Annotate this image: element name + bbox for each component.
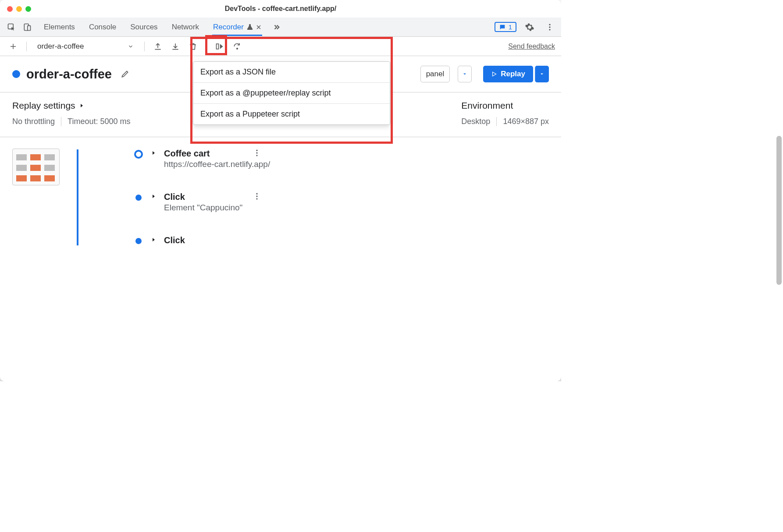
tab-console[interactable]: Console: [88, 18, 117, 36]
inspect-element-icon[interactable]: [4, 20, 18, 34]
recording-select-label: order-a-coffee: [37, 42, 84, 51]
caret-right-icon: [79, 103, 84, 108]
step-row: Click: [134, 235, 270, 245]
steps-area: Coffee cart https://coffee-cart.netlify.…: [0, 137, 561, 245]
device-value: Desktop: [461, 117, 490, 126]
more-tabs-icon[interactable]: [273, 23, 281, 31]
svg-point-13: [256, 198, 258, 199]
step-over-icon[interactable]: [213, 39, 227, 53]
step-kebab-icon[interactable]: [253, 192, 261, 201]
tab-sources[interactable]: Sources: [129, 18, 158, 36]
step-node: [135, 195, 142, 201]
main-tabs-row: Elements Console Sources Network Recorde…: [0, 18, 561, 37]
chevron-down-icon: [128, 43, 134, 50]
expand-step-icon[interactable]: [151, 237, 156, 242]
recording-header: order-a-coffee panel Replay Export as a …: [0, 56, 561, 92]
tab-network[interactable]: Network: [171, 18, 200, 36]
replay-button-label: Replay: [501, 70, 525, 78]
replay-settings-heading[interactable]: Replay settings: [12, 100, 130, 111]
environment-heading: Environment: [461, 100, 549, 111]
window-title: DevTools - coffee-cart.netlify.app/: [0, 5, 561, 13]
issues-badge[interactable]: 1: [495, 22, 516, 32]
step-node: [135, 238, 142, 244]
export-puppeteer-replay-item[interactable]: Export as a @puppeteer/replay script: [193, 83, 390, 104]
device-toolbar-icon[interactable]: [20, 20, 34, 34]
step-subtitle: Element "Cappucino": [164, 203, 270, 213]
panel-button-label: panel: [426, 70, 445, 78]
titlebar: DevTools - coffee-cart.netlify.app/: [0, 0, 561, 18]
settings-icon[interactable]: [523, 20, 537, 34]
performance-panel-button[interactable]: panel: [420, 66, 450, 82]
replay-button[interactable]: Replay: [483, 66, 533, 82]
throttling-value: No throttling: [12, 117, 55, 126]
svg-point-8: [256, 150, 258, 151]
svg-point-11: [256, 193, 258, 195]
tab-recorder[interactable]: Recorder: [212, 18, 262, 36]
svg-point-5: [549, 29, 550, 30]
svg-point-7: [237, 48, 238, 49]
step-subtitle: https://coffee-cart.netlify.app/: [164, 160, 270, 169]
recording-status-dot: [12, 70, 20, 78]
expand-step-icon[interactable]: [151, 194, 156, 199]
svg-point-12: [256, 195, 258, 197]
import-icon[interactable]: [151, 39, 165, 53]
replay-settings: Replay settings No throttling Timeout: 5…: [12, 100, 130, 126]
export-puppeteer-item[interactable]: Export as a Puppeteer script: [193, 104, 390, 124]
step-row: Coffee cart https://coffee-cart.netlify.…: [134, 149, 270, 192]
svg-point-3: [549, 24, 550, 25]
step-kebab-icon[interactable]: [253, 149, 261, 157]
svg-point-4: [549, 26, 550, 28]
svg-point-9: [256, 152, 258, 153]
export-icon[interactable]: [168, 39, 182, 53]
step-row: Click Element "Cappucino": [134, 192, 270, 235]
recording-title: order-a-coffee: [26, 67, 112, 82]
kebab-menu-icon[interactable]: [543, 20, 557, 34]
right-tools: 1: [495, 20, 557, 34]
recording-select[interactable]: order-a-coffee: [33, 40, 138, 53]
tab-elements[interactable]: Elements: [43, 18, 76, 36]
tab-recorder-label: Recorder: [213, 23, 244, 32]
page-thumbnail: [12, 149, 60, 185]
replay-button-group: Replay: [483, 66, 549, 82]
send-feedback-link[interactable]: Send feedback: [508, 43, 555, 50]
panel-button-caret[interactable]: [458, 66, 472, 82]
tabs: Elements Console Sources Network Recorde…: [43, 18, 262, 36]
replay-button-caret[interactable]: [535, 66, 549, 82]
timeline-line: [77, 149, 78, 245]
svg-rect-2: [28, 25, 31, 30]
step-title: Click: [164, 235, 270, 245]
svg-point-10: [256, 155, 258, 156]
new-recording-icon[interactable]: [6, 39, 20, 53]
edit-title-icon[interactable]: [118, 67, 132, 81]
export-dropdown-menu: Export as a JSON file Export as a @puppe…: [193, 61, 390, 125]
close-tab-icon[interactable]: [256, 25, 261, 30]
svg-rect-6: [217, 44, 219, 49]
viewport-value: 1469×887 px: [503, 117, 549, 126]
step-icon[interactable]: [230, 39, 244, 53]
issues-count: 1: [509, 23, 512, 31]
recorder-toolbar: order-a-coffee Send feedback: [0, 37, 561, 56]
devtools-window: DevTools - coffee-cart.netlify.app/ Elem…: [0, 0, 561, 381]
delete-icon[interactable]: [186, 39, 200, 53]
expand-step-icon[interactable]: [151, 150, 156, 156]
timeout-value: Timeout: 5000 ms: [68, 117, 130, 126]
environment-settings: Environment Desktop 1469×887 px: [461, 100, 549, 126]
export-json-item[interactable]: Export as a JSON file: [193, 62, 390, 83]
step-node: [134, 150, 143, 159]
flask-icon: [246, 24, 253, 31]
play-icon: [491, 71, 497, 77]
